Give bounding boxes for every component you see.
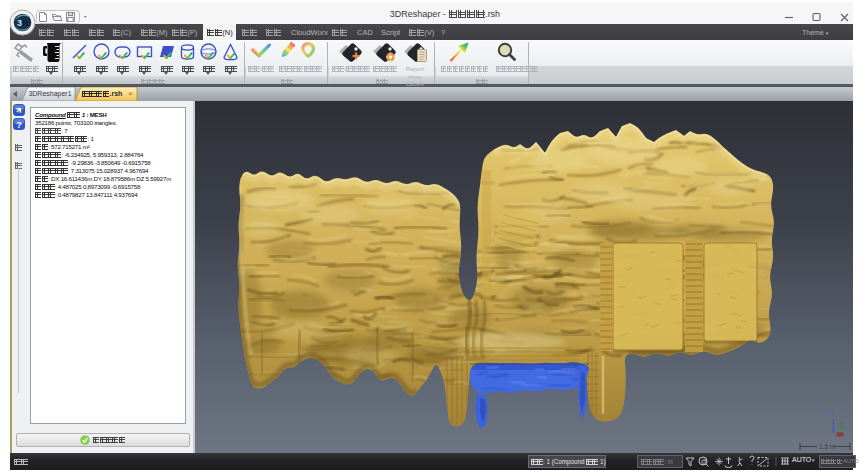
svg-text:@: @ (701, 458, 708, 465)
svg-text:?: ? (16, 120, 22, 130)
svg-text:1.5 m: 1.5 m (819, 443, 835, 450)
svg-text:R: R (22, 18, 29, 28)
